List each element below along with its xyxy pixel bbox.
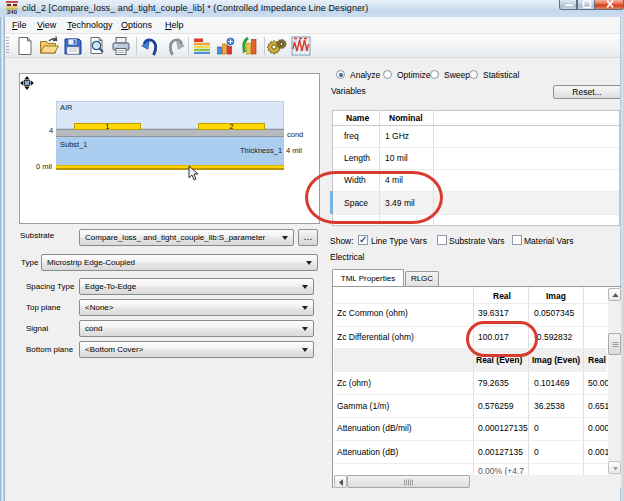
svg-text:240: 240 — [7, 9, 18, 15]
